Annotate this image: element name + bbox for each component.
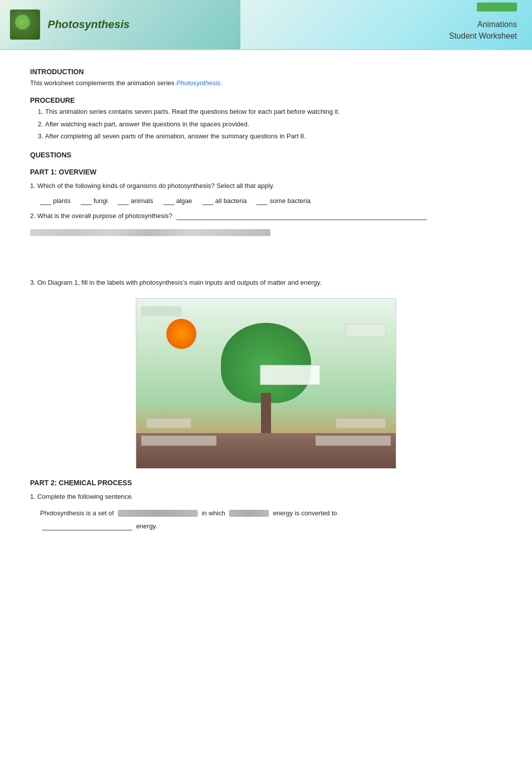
fill-blank-1[interactable]: [118, 510, 198, 517]
q3-text: On Diagram 1, fill in the labels with ph…: [37, 279, 322, 286]
header-left: Photosynthesis: [0, 0, 240, 49]
option-algae: algae: [163, 197, 192, 205]
q3-number: 3.: [30, 279, 36, 286]
fill-suffix: energy is converted to: [273, 509, 337, 517]
header-right: Animations Student Worksheet: [240, 0, 532, 49]
intro-text: This worksheet complements the animation…: [30, 79, 176, 87]
content-area: INTRODUCTION This worksheet complements …: [0, 50, 532, 548]
algae-checkbox[interactable]: [163, 197, 174, 205]
fill-blank-3[interactable]: [42, 522, 132, 530]
option-animals: animals: [118, 197, 153, 205]
diagram-label-fillable[interactable]: [260, 365, 320, 385]
header: Photosynthesis Animations Student Worksh…: [0, 0, 532, 50]
procedure-list: This animation series contains seven par…: [30, 107, 502, 142]
option-fungi: fungi: [81, 197, 108, 205]
all-bacteria-checkbox[interactable]: [202, 197, 213, 205]
procedure-item-2: After watching each part, answer the que…: [45, 119, 502, 130]
some-bacteria-checkbox[interactable]: [256, 197, 268, 205]
option-some-bacteria: some bacteria: [256, 197, 311, 205]
diagram-label-6: [141, 436, 216, 446]
option-plants: plants: [40, 197, 71, 205]
part2-title: PART 2: CHEMICAL PROCESS: [30, 479, 502, 487]
intro-title: INTRODUCTION: [30, 68, 502, 76]
fill-blank-2[interactable]: [229, 510, 269, 517]
fungi-checkbox[interactable]: [81, 197, 92, 205]
all-bacteria-label: all bacteria: [215, 197, 247, 205]
option-all-bacteria: all bacteria: [202, 197, 247, 205]
procedure-title: PROCEDURE: [30, 96, 502, 104]
tree-canopy: [221, 323, 311, 403]
header-subtitle: Animations Student Worksheet: [449, 19, 517, 42]
question-2: 2. What is the overall purpose of photos…: [30, 210, 502, 222]
diagram-label-1: [141, 306, 181, 316]
fill-sentence: Photosynthesis is a set of in which ener…: [40, 507, 502, 533]
q1-options: plants fungi animals algae all bacteria …: [40, 197, 502, 205]
questions-title: QUESTIONS: [30, 151, 502, 159]
photosynthesis-link[interactable]: Photosynthesis.: [176, 79, 222, 87]
diagram-label-7: [316, 436, 391, 446]
q2-text-content: What is the overall purpose of photosynt…: [37, 212, 172, 220]
animals-label: animals: [131, 197, 153, 205]
q1-number: 1.: [30, 182, 37, 189]
plants-checkbox[interactable]: [40, 197, 51, 205]
part1-title: PART 1: OVERVIEW: [30, 168, 502, 176]
blurred-line-1: [30, 229, 502, 238]
fill-middle: in which: [202, 509, 225, 517]
procedure-item-1: This animation series contains seven par…: [45, 107, 502, 117]
diagram-label-4: [146, 418, 191, 428]
q2-number: 2.: [30, 212, 36, 220]
part2-q1: 1. Complete the following sentence.: [30, 491, 502, 502]
question-3: 3. On Diagram 1, fill in the labels with…: [30, 277, 502, 288]
fill-end: energy.: [136, 522, 157, 530]
q1-text: Which of the following kinds of organism…: [37, 182, 274, 189]
subtitle-line1: Animations: [477, 20, 517, 29]
diagram-label-5: [336, 418, 386, 428]
blurred-content-area: [30, 229, 502, 269]
some-bacteria-label: some bacteria: [270, 197, 311, 205]
diagram-1: [136, 298, 396, 469]
question-1: 1. Which of the following kinds of organ…: [30, 180, 502, 191]
intro-body: This worksheet complements the animation…: [30, 78, 502, 89]
diagram-container: [30, 298, 502, 469]
subtitle-line2: Student Worksheet: [449, 32, 517, 40]
page: Photosynthesis Animations Student Worksh…: [0, 0, 532, 780]
fungi-label: fungi: [94, 197, 108, 205]
part2-q1-number: 1.: [30, 493, 36, 500]
tree-trunk: [261, 393, 271, 433]
animals-checkbox[interactable]: [118, 197, 129, 205]
fill-prefix: Photosynthesis is a set of: [40, 509, 114, 517]
procedure-item-3: After completing all seven parts of the …: [45, 131, 502, 142]
q2-answer-line[interactable]: [176, 212, 427, 220]
document-title: Photosynthesis: [48, 18, 130, 31]
photosynthesis-logo-icon: [10, 10, 40, 40]
sun-icon: [166, 319, 196, 349]
plants-label: plants: [53, 197, 71, 205]
diagram-label-2: [346, 324, 386, 336]
part2-q1-text: Complete the following sentence.: [37, 493, 133, 500]
algae-label: algae: [176, 197, 192, 205]
